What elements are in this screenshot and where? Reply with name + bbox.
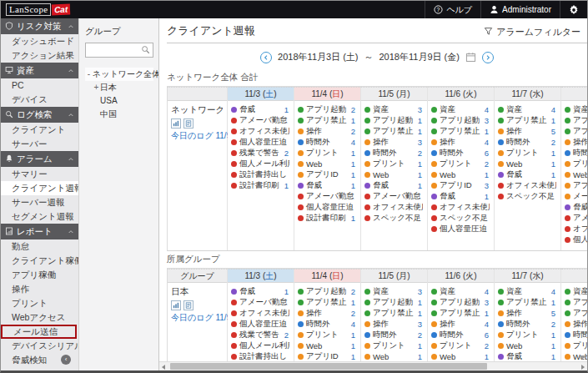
alarm-entry[interactable]: アメーバ勤怠2 [231, 115, 289, 126]
calendar-icon[interactable] [465, 52, 476, 63]
alarm-entry[interactable]: アプリ禁止1 [498, 297, 556, 308]
alarm-entry[interactable]: アプリ起動1 [364, 297, 423, 308]
sidebar-item-セグメント週報[interactable]: セグメント週報 [1, 209, 78, 224]
alarm-entry[interactable]: 操作3 [364, 319, 423, 330]
alarm-entry[interactable]: アプ [565, 297, 587, 308]
today-log-link[interactable]: 今日のログ 11/9 (金) [171, 130, 223, 142]
alarm-entry[interactable]: 資産 [565, 104, 587, 115]
alarm-entry[interactable]: Web [565, 169, 587, 180]
alarm-entry[interactable]: 資産3 [364, 104, 423, 115]
alarm-entry[interactable]: アプ [565, 180, 587, 191]
alarm-entry[interactable]: 個人メール利用1 [231, 340, 289, 351]
alarm-entry[interactable]: 時間外2 [498, 319, 556, 330]
group-search-input[interactable] [88, 46, 141, 55]
csv-export-icon[interactable] [183, 300, 193, 310]
alarm-entry[interactable]: 脅威1 [431, 191, 490, 202]
alarm-entry[interactable]: アメーバ勤怠1 [364, 191, 423, 202]
hscroll-thumb[interactable] [170, 363, 487, 370]
alarm-entry[interactable]: 操作 [565, 319, 587, 330]
hscroll-right-arrow[interactable] [578, 362, 587, 370]
alarm-entry[interactable]: アプリ起動2 [298, 286, 356, 297]
alarm-entry[interactable]: 脅威 [565, 202, 587, 213]
sidebar-item-クライアント稼働[interactable]: クライアント稼働 [1, 254, 78, 268]
alarm-entry[interactable]: スペック不足1 [498, 191, 556, 202]
alarm-entry[interactable]: 資産4 [498, 286, 556, 297]
alarm-entry[interactable]: 資産4 [498, 104, 556, 115]
sidebar-item-サーバー週報[interactable]: サーバー週報 [1, 195, 78, 209]
alarm-entry[interactable]: アプリ起動3 [431, 115, 490, 126]
alarm-entry[interactable]: 操作4 [431, 319, 490, 330]
alarm-entry[interactable]: オフィス未使用1 [231, 308, 289, 319]
alarm-entry[interactable]: メー [565, 191, 587, 202]
user-menu[interactable]: Administrator [480, 1, 560, 18]
alarm-entry[interactable]: 時間外2 [364, 330, 423, 340]
alarm-entry[interactable]: アメ [565, 213, 587, 224]
alarm-entry[interactable]: プリント1 [298, 330, 356, 340]
alarm-entry[interactable]: 設計書持出し1 [231, 169, 289, 180]
alarm-entry[interactable]: 個人メール利用1 [231, 159, 289, 169]
alarm-entry[interactable]: アプリID3 [431, 180, 490, 191]
alarm-entry[interactable]: 時間外2 [498, 137, 556, 148]
sidebar-item-アクション結果[interactable]: アクション結果 [1, 48, 78, 63]
alarm-entry[interactable]: 個人容量圧迫1 [231, 319, 289, 330]
alarm-entry[interactable]: 資産4 [431, 104, 490, 115]
alarm-entry[interactable]: アプリ禁止1 [431, 126, 490, 137]
sidebar-item-デバイス[interactable]: デバイス [1, 93, 78, 107]
alarm-entry[interactable]: アメーバ勤怠2 [231, 297, 289, 308]
sidebar-collapse-button[interactable]: ‹ [61, 355, 71, 365]
prev-week-button[interactable] [260, 52, 272, 63]
alarm-entry[interactable]: アプリ禁止1 [364, 308, 423, 319]
sidebar-item-操作[interactable]: 操作 [1, 282, 78, 296]
alarm-entry[interactable]: 脅威1 [231, 286, 289, 297]
tree-item-日本[interactable]: +日本 [85, 81, 153, 94]
csv-export-icon[interactable] [183, 118, 193, 129]
alarm-entry[interactable]: Web1 [298, 340, 356, 351]
alarm-entry[interactable]: オフィス未使用2 [431, 202, 490, 213]
alarm-entry[interactable]: 資産3 [364, 286, 423, 297]
tree-item-USA[interactable]: USA [85, 94, 153, 108]
alarm-entry[interactable]: オフィス未使用1 [231, 126, 289, 137]
alarm-entry[interactable]: 個人容量圧迫1 [431, 224, 490, 234]
alarm-entry[interactable]: アプリID1 [298, 169, 356, 180]
alarm-entry[interactable]: アプリ起動3 [431, 297, 490, 308]
hscroll-left-arrow[interactable] [159, 362, 168, 370]
tree-item-中国[interactable]: 中国 [85, 108, 153, 121]
alarm-entry[interactable]: Web1 [498, 159, 556, 169]
sidebar-item-サーバー[interactable]: サーバー [1, 367, 78, 370]
alarm-entry[interactable]: プリント1 [364, 159, 423, 169]
alarm-entry[interactable]: アプリ禁止1 [431, 308, 490, 319]
expand-expander-icon[interactable]: + [93, 81, 100, 94]
alarm-entry[interactable]: アプ [565, 126, 587, 137]
alarm-entry[interactable]: プリ [565, 340, 587, 351]
alarm-entry[interactable]: 時間外6 [431, 148, 490, 159]
alarm-entry[interactable]: プリ [565, 159, 587, 169]
alarm-entry[interactable]: 操作5 [498, 126, 556, 137]
alarm-entry[interactable]: 資産4 [431, 286, 490, 297]
nav-section-log-search[interactable]: ログ検索 [1, 107, 78, 123]
alarm-entry[interactable]: 操作4 [431, 137, 490, 148]
alarm-entry[interactable]: Web1 [298, 159, 356, 169]
alarm-entry[interactable]: 設計書印刷1 [298, 213, 356, 224]
alarm-entry[interactable]: アプ [565, 115, 587, 126]
today-log-link[interactable]: 今日のログ 11/9 (金) [171, 312, 223, 324]
alarm-entry[interactable]: 時間外4 [298, 319, 356, 330]
alarm-entry[interactable]: アプ [565, 308, 587, 319]
settings-gear-button[interactable] [560, 1, 587, 18]
alarm-entry[interactable]: 残業で警告2 [231, 330, 289, 340]
alarm-entry[interactable]: プリント1 [498, 330, 556, 340]
alarm-filter-button[interactable]: アラームフィルター [484, 26, 580, 38]
sidebar-item-デバイスシリアル[interactable]: デバイスシリアル [1, 339, 78, 353]
next-week-button[interactable] [482, 52, 494, 63]
alarm-entry[interactable]: スペック不足1 [364, 213, 423, 224]
nav-section-assets[interactable]: 資産 [1, 63, 78, 78]
alarm-entry[interactable]: 個人容量圧迫1 [231, 137, 289, 148]
search-icon[interactable] [141, 45, 150, 56]
alarm-entry[interactable]: 残業で警告2 [231, 148, 289, 159]
sidebar-item-PC[interactable]: PC [1, 78, 78, 93]
alarm-entry[interactable]: 時間 [565, 330, 587, 340]
alarm-entry[interactable]: 操作5 [498, 308, 556, 319]
alarm-entry[interactable]: 操作2 [298, 308, 356, 319]
alarm-entry[interactable]: アプリ禁止1 [298, 297, 356, 308]
alarm-entry[interactable]: 個人 [565, 234, 587, 245]
alarm-entry[interactable]: 操作 [565, 137, 587, 148]
